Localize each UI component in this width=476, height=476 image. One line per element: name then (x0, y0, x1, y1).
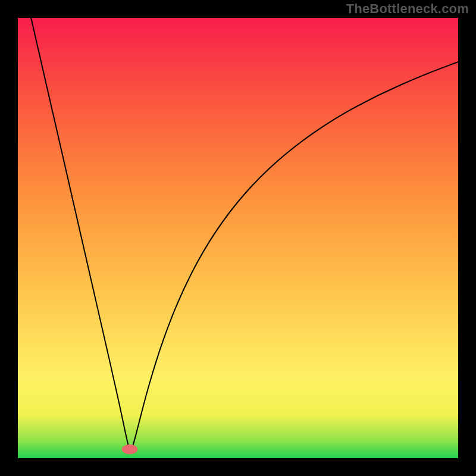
minimum-marker (122, 444, 138, 454)
plot-background (18, 18, 458, 458)
chart-svg (0, 0, 476, 476)
watermark: TheBottleneck.com (346, 1, 469, 17)
